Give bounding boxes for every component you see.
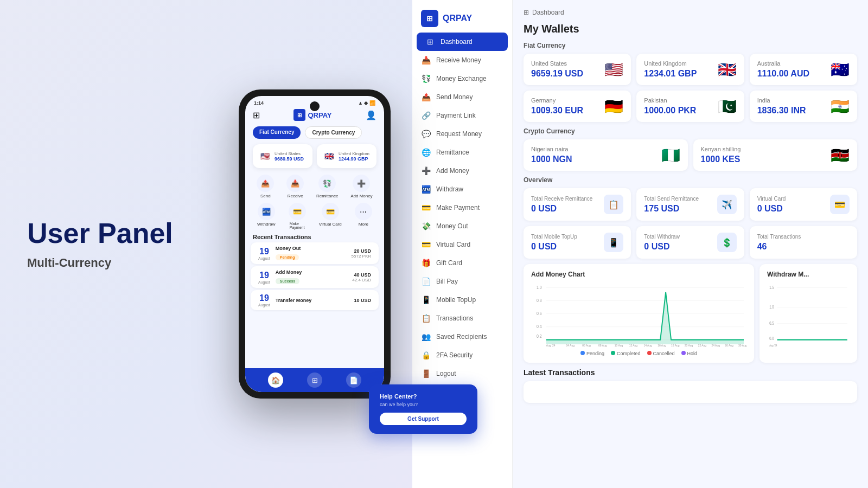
- sidebar-item-2fa[interactable]: 🔒 2FA Security: [412, 346, 512, 364]
- withdraw-svg: 1.5 1.0 0.5 0.0 Aug '24: [767, 282, 850, 348]
- action-receive[interactable]: 📥 Receive: [286, 175, 304, 198]
- more-icon: ⋯: [355, 203, 372, 220]
- virtualcard-label: Virtual Card: [319, 222, 342, 227]
- phone-bottom-bar: 🏠 ⊞ 📄: [245, 368, 384, 392]
- action-payment[interactable]: 💳 MakePayment: [289, 203, 306, 229]
- action-withdraw[interactable]: 🏧 Withdraw: [257, 203, 275, 229]
- get-support-button[interactable]: Get Support: [380, 413, 467, 425]
- ngn-flag: 🇳🇬: [661, 146, 680, 164]
- phone-tabs: Fiat Currency Crypto Currency: [245, 124, 384, 141]
- sidebar-item-logout[interactable]: 🚪 Logout: [412, 364, 512, 383]
- svg-text:24 Aug: 24 Aug: [711, 343, 719, 347]
- billpay-icon: 📄: [421, 277, 431, 286]
- txn2-name: Add Money: [276, 269, 353, 275]
- action-virtualcard[interactable]: 💳 Virtual Card: [319, 203, 342, 229]
- in-country: India: [757, 97, 806, 104]
- sidebar-item-make-payment[interactable]: 💳 Make Payment: [412, 198, 512, 217]
- more-label: More: [359, 222, 368, 227]
- sidebar-item-virtual-card[interactable]: 💳 Virtual Card: [412, 235, 512, 254]
- send-icon: 📤: [257, 175, 274, 192]
- ov-amount-4: 0 USD: [644, 242, 680, 252]
- makepayment-icon: 💳: [421, 203, 431, 212]
- logo-icon: ⊞: [293, 109, 305, 121]
- au-amount: 1110.00 AUD: [757, 69, 809, 79]
- action-more[interactable]: ⋯ More: [355, 203, 372, 229]
- in-amount: 1836.30 INR: [757, 106, 806, 115]
- ngn-amount: 1000 NGN: [531, 155, 572, 164]
- uk-amount: 1234.01 GBP: [644, 69, 697, 79]
- sidebar-item-withdraw[interactable]: 🏧 Withdraw: [412, 180, 512, 198]
- uk-country: United Kingdom: [644, 60, 697, 67]
- svg-text:14 Aug: 14 Aug: [643, 343, 652, 347]
- svg-text:Aug '24: Aug '24: [546, 343, 556, 347]
- profile-icon[interactable]: 👤: [366, 110, 376, 120]
- action-send[interactable]: 📤 Send: [257, 175, 274, 198]
- request-icon: 💬: [421, 130, 431, 138]
- profile-bottom-icon[interactable]: 📄: [346, 373, 361, 388]
- receive-label: Receive: [288, 194, 303, 198]
- txn2-usd: 40 USD: [352, 272, 371, 278]
- uk-country: United Kingdom: [339, 151, 371, 156]
- menu-icon[interactable]: ⊞: [253, 110, 260, 120]
- sidebar-item-gift-card[interactable]: 🎁 Gift Card: [412, 254, 512, 272]
- txn3-date: 19: [258, 293, 270, 303]
- tab-crypto[interactable]: Crypto Currency: [305, 126, 362, 139]
- overview-grid: Total Receive Remittance 0 USD 📋 Total S…: [524, 188, 857, 259]
- dashboard-section: ⊞ QRPAY ⊞ Dashboard 📥 Receive Money 💱 Mo…: [412, 0, 868, 488]
- qr-icon[interactable]: ⊞: [307, 373, 322, 388]
- phone-wallet-uk: 🇬🇧 United Kingdom 1244.90 GBP: [317, 144, 376, 168]
- recent-title: Recent Transactions: [245, 233, 384, 242]
- svg-text:04 Aug: 04 Aug: [566, 343, 575, 347]
- security-icon: 🔒: [421, 351, 431, 359]
- ov-label-1: Total Send Remittance: [644, 196, 699, 202]
- exchange-icon: 💱: [421, 74, 431, 83]
- sidebar-item-receive-money[interactable]: 📥 Receive Money: [412, 51, 512, 69]
- sidebar-item-money-out[interactable]: 💸 Money Out: [412, 217, 512, 235]
- withdraw-chart-area: 1.5 1.0 0.5 0.0 Aug '24: [767, 282, 850, 348]
- phone-outer: 1:14 ▲ ◆ 📶 ⊞ ⊞ QRPAY 👤 Fiat Currency Cry…: [239, 89, 391, 399]
- txn2-badge: Success: [276, 278, 299, 284]
- sidebar-item-saved-recipients[interactable]: 👥 Saved Recipients: [412, 328, 512, 346]
- ov-label-3: Total Mobile TopUp: [531, 234, 577, 240]
- action-addmoney[interactable]: ➕ Add Money: [350, 175, 372, 198]
- latest-transactions-area: [524, 381, 857, 403]
- ov-amount-3: 0 USD: [531, 242, 577, 252]
- status-time: 1:14: [254, 100, 264, 106]
- tab-fiat[interactable]: Fiat Currency: [253, 126, 301, 139]
- action-remittance[interactable]: 💱 Remittance: [316, 175, 338, 198]
- svg-text:0.6: 0.6: [537, 311, 542, 316]
- link-icon: 🔗: [421, 111, 431, 120]
- wallet-in: India 1836.30 INR 🇮🇳: [750, 91, 857, 122]
- sidebar-item-remittance[interactable]: 🌐 Remittance: [412, 143, 512, 162]
- sidebar-item-money-exchange[interactable]: 💱 Money Exchange: [412, 69, 512, 88]
- svg-marker-10: [546, 292, 744, 344]
- sidebar-item-bill-pay[interactable]: 📄 Bill Pay: [412, 272, 512, 291]
- txn1-local: 5572 PKR: [352, 254, 371, 259]
- sidebar-item-send-money[interactable]: 📤 Send Money: [412, 88, 512, 106]
- sidebar-item-transactions[interactable]: 📋 Transactions: [412, 309, 512, 328]
- crypto-label: Crypto Currency: [524, 127, 857, 135]
- chart-svg: 1.0 0.8 0.6 0.4 0.2: [531, 282, 746, 348]
- legend-pending: Pending: [580, 351, 604, 356]
- sidebar-item-add-money[interactable]: ➕ Add Money: [412, 162, 512, 180]
- phone-inner: 1:14 ▲ ◆ 📶 ⊞ ⊞ QRPAY 👤 Fiat Currency Cry…: [245, 96, 384, 392]
- payment-icon: 💳: [289, 203, 306, 220]
- legend-completed: Completed: [611, 351, 641, 356]
- txn2-month: August: [258, 280, 270, 284]
- home-icon[interactable]: 🏠: [268, 373, 283, 388]
- left-panel: User Panel Multi-Currency: [0, 185, 228, 302]
- wallet-us: United States 9659.19 USD 🇺🇸: [524, 54, 631, 85]
- payment-label: MakePayment: [290, 222, 305, 229]
- phone-wallets: 🇺🇸 United States 9680.59 USD 🇬🇧 United K…: [245, 141, 384, 171]
- svg-text:10 Aug: 10 Aug: [615, 343, 623, 347]
- txn2-local: 42.4 USD: [352, 278, 371, 282]
- kes-flag: 🇰🇪: [831, 146, 850, 164]
- ov-card-topup: Total Mobile TopUp 0 USD 📱: [524, 226, 631, 259]
- latest-transactions-title: Latest Transactions: [524, 368, 857, 377]
- sidebar-item-request-money[interactable]: 💬 Request Money: [412, 125, 512, 143]
- de-country: Germany: [531, 97, 583, 104]
- sidebar-item-payment-link[interactable]: 🔗 Payment Link: [412, 106, 512, 125]
- sidebar-item-mobile-topup[interactable]: 📱 Mobile TopUp: [412, 291, 512, 309]
- ov-card-remittance-send: Total Send Remittance 175 USD ✈️: [636, 188, 744, 221]
- sidebar-item-dashboard[interactable]: ⊞ Dashboard: [417, 33, 508, 51]
